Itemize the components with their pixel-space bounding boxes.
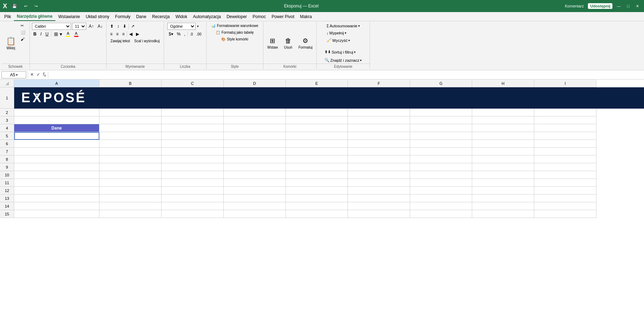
percent-button[interactable]: % — [175, 31, 182, 38]
cell-c8[interactable] — [162, 155, 224, 163]
cell-a3[interactable] — [14, 116, 99, 124]
cell-i4[interactable] — [534, 124, 596, 132]
row-num-5[interactable]: 5 — [0, 132, 14, 140]
cell-d13[interactable] — [224, 195, 286, 202]
cell-h14[interactable] — [472, 202, 534, 210]
cell-f7[interactable] — [348, 148, 410, 155]
cell-g8[interactable] — [410, 155, 472, 163]
menu-pomoc[interactable]: Pomoc — [250, 13, 269, 21]
cell-i13[interactable] — [534, 195, 596, 202]
cell-b14[interactable] — [99, 202, 162, 210]
col-header-b[interactable]: B — [99, 80, 162, 87]
format-painter-button[interactable]: 🖌 — [19, 36, 27, 42]
col-header-h[interactable]: H — [472, 80, 534, 87]
row-num-14[interactable]: 14 — [0, 202, 14, 210]
cell-b6[interactable] — [99, 140, 162, 148]
cell-e11[interactable] — [286, 179, 348, 187]
close-button[interactable]: ✕ — [634, 3, 641, 9]
cell-a13[interactable] — [14, 195, 99, 202]
col-header-a[interactable]: A — [14, 80, 99, 87]
cell-d7[interactable] — [224, 148, 286, 155]
cell-i2[interactable] — [534, 109, 596, 116]
cell-f9[interactable] — [348, 163, 410, 171]
cell-i15[interactable] — [534, 210, 596, 218]
underline-button[interactable]: U — [44, 31, 50, 38]
cell-d10[interactable] — [224, 171, 286, 179]
cell-e15[interactable] — [286, 210, 348, 218]
cell-b15[interactable] — [99, 210, 162, 218]
cell-a15[interactable] — [14, 210, 99, 218]
row-num-10[interactable]: 10 — [0, 171, 14, 179]
cell-e13[interactable] — [286, 195, 348, 202]
row-num-8[interactable]: 8 — [0, 155, 14, 163]
align-top-button[interactable]: ⬆ — [109, 23, 115, 30]
cell-b3[interactable] — [99, 116, 162, 124]
cell-i3[interactable] — [534, 116, 596, 124]
align-middle-button[interactable]: ↕ — [116, 23, 121, 30]
menu-power-pivot[interactable]: Power Pivot — [269, 13, 297, 21]
indent-dec-button[interactable]: ◀ — [128, 31, 134, 38]
cell-a5[interactable] — [14, 132, 99, 140]
row-num-11[interactable]: 11 — [0, 179, 14, 187]
menu-dane[interactable]: Dane — [133, 13, 149, 21]
cell-g12[interactable] — [410, 187, 472, 195]
row-num-2[interactable]: 2 — [0, 109, 14, 116]
cell-i10[interactable] — [534, 171, 596, 179]
save-button[interactable]: 💾 — [10, 3, 19, 9]
cell-h3[interactable] — [472, 116, 534, 124]
cell-b7[interactable] — [99, 148, 162, 155]
fill-color-button[interactable]: A — [65, 31, 72, 38]
cell-h9[interactable] — [472, 163, 534, 171]
cell-c10[interactable] — [162, 171, 224, 179]
cell-c12[interactable] — [162, 187, 224, 195]
cell-g2[interactable] — [410, 109, 472, 116]
border-button[interactable]: ⊞ ▾ — [53, 31, 64, 38]
cell-b4[interactable] — [99, 124, 162, 132]
copy-button[interactable]: ⬜ — [19, 29, 27, 35]
cell-a9[interactable] — [14, 163, 99, 171]
cell-f11[interactable] — [348, 179, 410, 187]
cell-h4[interactable] — [472, 124, 534, 132]
cell-i14[interactable] — [534, 202, 596, 210]
font-size-select[interactable]: 11 — [72, 23, 86, 30]
cell-d14[interactable] — [224, 202, 286, 210]
cell-g6[interactable] — [410, 140, 472, 148]
cell-c15[interactable] — [162, 210, 224, 218]
cell-f4[interactable] — [348, 124, 410, 132]
cell-h7[interactable] — [472, 148, 534, 155]
cell-b12[interactable] — [99, 187, 162, 195]
cell-c13[interactable] — [162, 195, 224, 202]
indent-inc-button[interactable]: ▶ — [135, 31, 141, 38]
merge-button[interactable]: Scal i wyśrodkuj — [132, 38, 162, 44]
name-box[interactable]: A5 ▾ — [1, 71, 26, 78]
cell-g4[interactable] — [410, 124, 472, 132]
cell-d9[interactable] — [224, 163, 286, 171]
col-header-e[interactable]: E — [286, 80, 348, 87]
cell-c5[interactable] — [162, 132, 224, 140]
row-num-4[interactable]: 4 — [0, 124, 14, 132]
cell-b2[interactable] — [99, 109, 162, 116]
cell-g9[interactable] — [410, 163, 472, 171]
cell-h2[interactable] — [472, 109, 534, 116]
cell-c14[interactable] — [162, 202, 224, 210]
cell-d15[interactable] — [224, 210, 286, 218]
currency-button[interactable]: $▾ — [167, 31, 175, 38]
row-num-13[interactable]: 13 — [0, 195, 14, 202]
cut-button[interactable]: ✂ — [19, 23, 27, 29]
cell-d12[interactable] — [224, 187, 286, 195]
row-num-1[interactable]: 1 — [0, 87, 14, 109]
cell-e14[interactable] — [286, 202, 348, 210]
cell-c7[interactable] — [162, 148, 224, 155]
cell-f10[interactable] — [348, 171, 410, 179]
cell-f12[interactable] — [348, 187, 410, 195]
cell-h6[interactable] — [472, 140, 534, 148]
cell-d8[interactable] — [224, 155, 286, 163]
cell-h15[interactable] — [472, 210, 534, 218]
cell-e6[interactable] — [286, 140, 348, 148]
udostep-button[interactable]: Udostępnij — [588, 3, 612, 9]
font-color-button[interactable]: A — [73, 31, 80, 38]
cell-g7[interactable] — [410, 148, 472, 155]
znajdz-button[interactable]: 🔍 Znajdź i zaznacz ▾ — [322, 57, 364, 64]
cell-a2[interactable] — [14, 109, 99, 116]
cell-a6[interactable] — [14, 140, 99, 148]
